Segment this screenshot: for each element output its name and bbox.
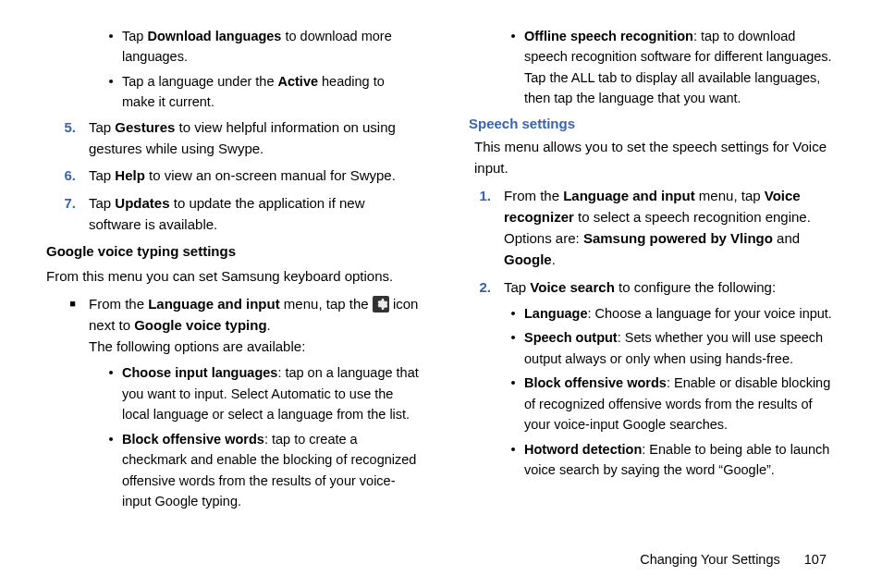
step-number: 2. [461, 276, 504, 298]
paragraph: From this menu you can set Samsung keybo… [46, 265, 421, 287]
section-heading: Speech settings [469, 113, 836, 134]
bullet-icon: • [502, 327, 524, 369]
step-number: 1. [461, 185, 504, 271]
list-item: 2. Tap Voice search to configure the fol… [461, 276, 836, 298]
bullet-icon: • [100, 429, 122, 512]
left-column: • Tap Download languages to download mor… [46, 26, 421, 516]
list-item: • Offline speech recognition: tap to dow… [502, 26, 836, 109]
list-item: • Block offensive words: Enable or disab… [502, 373, 836, 435]
page-number: 107 [804, 552, 827, 567]
list-item: 6. Tap Help to view an on-screen manual … [46, 165, 421, 186]
square-bullet-icon: ■ [46, 293, 89, 358]
list-item: • Speech output: Sets whether you will u… [502, 327, 836, 369]
list-item: 5. Tap Gestures to view helpful informat… [46, 116, 421, 160]
list-item: • Choose input languages: tap on a langu… [100, 362, 421, 424]
list-item: ■ From the Language and input menu, tap … [46, 293, 421, 358]
list-item: 7. Tap Updates to update the application… [46, 192, 421, 236]
paragraph: This menu allows you to set the speech s… [474, 136, 836, 179]
list-item: 1. From the Language and input menu, tap… [461, 185, 836, 271]
bullet-icon: • [502, 373, 524, 435]
page-columns: • Tap Download languages to download mor… [0, 0, 882, 516]
step-number: 5. [46, 116, 89, 160]
bullet-icon: • [100, 362, 122, 424]
subheading: Google voice typing settings [46, 240, 421, 262]
list-item: • Language: Choose a language for your v… [502, 303, 836, 324]
list-item: • Tap a language under the Active headin… [100, 71, 421, 113]
page-footer: Changing Your Settings 107 [640, 549, 827, 570]
bullet-icon: • [502, 26, 524, 109]
list-item: • Hotword detection: Enable to being abl… [502, 439, 836, 481]
bullet-icon: • [100, 26, 122, 67]
bullet-icon: • [502, 303, 524, 324]
footer-label: Changing Your Settings [640, 552, 780, 567]
right-column: • Offline speech recognition: tap to dow… [461, 26, 836, 516]
bullet-icon: • [502, 439, 524, 481]
list-item: • Block offensive words: tap to create a… [100, 429, 421, 512]
list-item: • Tap Download languages to download mor… [100, 26, 421, 67]
step-number: 6. [46, 165, 89, 186]
bullet-icon: • [100, 71, 122, 113]
step-number: 7. [46, 192, 89, 236]
gear-icon [373, 296, 389, 312]
